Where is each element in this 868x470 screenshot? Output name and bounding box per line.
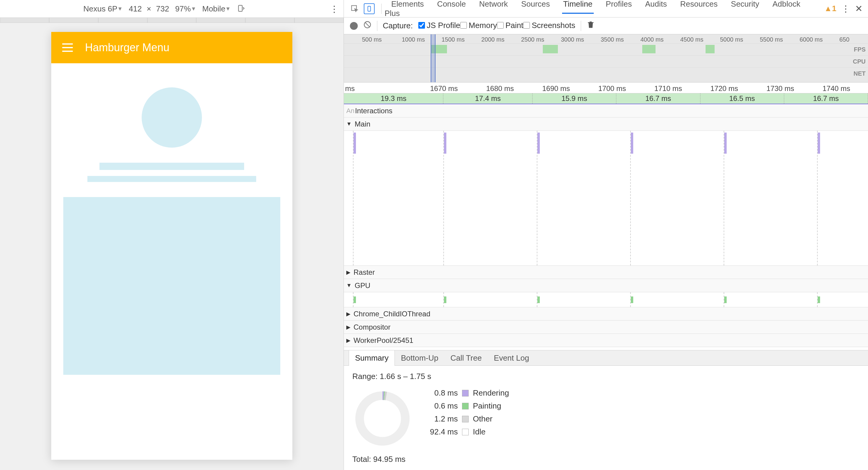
summary-tab-event-log[interactable]: Event Log (488, 350, 535, 366)
frame-segment[interactable]: 16.5 ms (701, 93, 784, 104)
app-bar: Hamburger Menu (51, 32, 292, 63)
detail-tick: 1740 ms (823, 84, 850, 93)
device-width-input[interactable]: 412 (129, 4, 142, 13)
flame-event[interactable] (818, 132, 820, 154)
overview-lane-net: NET (344, 67, 868, 80)
trash-button[interactable] (587, 21, 595, 31)
hamburger-icon[interactable] (62, 43, 73, 52)
devtools-tabbar: ElementsConsoleNetworkSourcesTimelinePro… (344, 0, 868, 18)
overview-tick: 3500 ms (601, 36, 624, 43)
capture-toolbar: Capture: JS ProfileMemoryPaintScreenshot… (344, 18, 868, 34)
svg-rect-0 (239, 5, 243, 11)
close-devtools-icon[interactable]: ✕ (855, 3, 863, 14)
frame-bar[interactable]: 19.3 ms17.4 ms15.9 ms16.7 ms16.5 ms16.7 … (344, 93, 868, 104)
app-title: Hamburger Menu (85, 41, 169, 54)
capture-option-screenshots[interactable]: Screenshots (523, 21, 575, 30)
overview-tick: 5500 ms (760, 36, 783, 43)
devtools-tab-audits[interactable]: Audits (644, 0, 668, 13)
devtools-tab-sources[interactable]: Sources (520, 0, 551, 13)
skeleton-line (99, 163, 244, 170)
rotate-icon[interactable] (237, 4, 246, 13)
legend-row-other: 1.2 msOther (425, 414, 509, 424)
overview-tick: 5000 ms (720, 36, 743, 43)
track-head-main[interactable]: ▼Main (344, 118, 868, 131)
summary-range: Range: 1.66 s – 1.75 s (352, 372, 860, 381)
inspect-icon[interactable] (349, 3, 360, 14)
overview-selection[interactable] (431, 34, 435, 82)
overview-tick: 650 (839, 36, 849, 43)
skeleton-block (63, 197, 280, 375)
flame-chart-tracks: AnInteractions ▼Main ▶Raster ▼GPU ▶Chrom… (344, 104, 868, 350)
devtools-tab-security[interactable]: Security (730, 0, 761, 13)
flame-event[interactable] (724, 132, 727, 154)
gpu-event[interactable] (353, 296, 356, 303)
toggle-device-icon[interactable] (364, 3, 375, 14)
capture-option-memory[interactable]: Memory (460, 21, 497, 30)
frame-segment[interactable]: 17.4 ms (443, 93, 532, 104)
warnings-badge[interactable]: ▲1 (824, 4, 836, 13)
frame-segment[interactable]: 16.7 ms (784, 93, 868, 104)
detail-tick: 1670 ms (430, 84, 458, 93)
devtools-tab-network[interactable]: Network (478, 0, 509, 13)
record-button[interactable] (350, 22, 358, 30)
track-head-gpu[interactable]: ▼GPU (344, 279, 868, 292)
gpu-event[interactable] (444, 296, 446, 303)
frame-segment[interactable]: 16.7 ms (616, 93, 700, 104)
track-head-child[interactable]: ▶Chrome_ChildIOThread (344, 307, 868, 320)
track-head-compositor[interactable]: ▶Compositor (344, 320, 868, 334)
device-select[interactable]: Nexus 6P (84, 4, 123, 13)
devtools-tab-profiles[interactable]: Profiles (604, 0, 633, 13)
responsive-breakpoint-bar[interactable] (0, 18, 344, 23)
gpu-event[interactable] (631, 296, 633, 303)
detail-tick: 1730 ms (767, 84, 794, 93)
detail-tick: ms (345, 84, 355, 93)
gpu-event[interactable] (818, 296, 820, 303)
clear-button[interactable] (363, 21, 372, 31)
app-body (51, 63, 292, 387)
overview-lane-cpu: CPU (344, 56, 868, 67)
capture-label: Capture: (383, 21, 413, 30)
detail-ruler[interactable]: ms1670 ms1680 ms1690 ms1700 ms1710 ms172… (344, 83, 868, 93)
more-menu-icon[interactable]: ⋮ (330, 4, 339, 14)
flame-event[interactable] (353, 132, 356, 154)
zoom-select[interactable]: 97% (175, 4, 196, 13)
timeline-overview[interactable]: 500 ms1000 ms1500 ms2000 ms2500 ms3000 m… (344, 34, 868, 83)
track-head-raster[interactable]: ▶Raster (344, 266, 868, 279)
detail-tick: 1710 ms (654, 84, 682, 93)
gpu-event[interactable] (724, 296, 727, 303)
devtools-tab-console[interactable]: Console (436, 0, 467, 13)
track-body-gpu[interactable] (344, 292, 868, 307)
overview-tick: 2000 ms (481, 36, 504, 43)
device-height-input[interactable]: 732 (156, 4, 169, 13)
capture-option-js-profile[interactable]: JS Profile (418, 21, 460, 30)
flame-event[interactable] (444, 132, 446, 154)
capture-option-paint[interactable]: Paint (497, 21, 523, 30)
devtools-tab-timeline[interactable]: Timeline (562, 0, 594, 14)
gpu-event[interactable] (537, 296, 540, 303)
frame-segment[interactable]: 19.3 ms (344, 93, 443, 104)
settings-menu-icon[interactable]: ⋮ (841, 3, 850, 14)
summary-tab-summary[interactable]: Summary (349, 350, 395, 366)
overview-tick: 1000 ms (402, 36, 425, 43)
overview-tick: 2500 ms (521, 36, 544, 43)
summary-donut-chart (352, 388, 412, 449)
devtools-tab-resources[interactable]: Resources (679, 0, 719, 13)
detail-tick: 1690 ms (542, 84, 570, 93)
svg-rect-2 (368, 6, 370, 11)
summary-legend: 0.8 msRendering0.6 msPainting1.2 msOther… (425, 388, 509, 440)
summary-tab-bottom-up[interactable]: Bottom-Up (395, 350, 444, 366)
detail-tick: 1700 ms (598, 84, 626, 93)
frame-segment[interactable]: 15.9 ms (532, 93, 616, 104)
skeleton-line (87, 176, 256, 182)
dimension-separator: × (147, 4, 151, 13)
track-body-main[interactable] (344, 131, 868, 266)
summary-total: Total: 94.95 ms (352, 455, 860, 464)
track-head-interactions[interactable]: AnInteractions (344, 104, 868, 118)
svg-point-4 (360, 396, 405, 441)
summary-tab-call-tree[interactable]: Call Tree (444, 350, 488, 366)
flame-event[interactable] (537, 132, 540, 154)
track-head-worker[interactable]: ▶WorkerPool/25451 (344, 334, 868, 347)
mode-select[interactable]: Mobile (202, 4, 230, 13)
flame-event[interactable] (631, 132, 633, 154)
legend-row-rendering: 0.8 msRendering (425, 388, 509, 398)
